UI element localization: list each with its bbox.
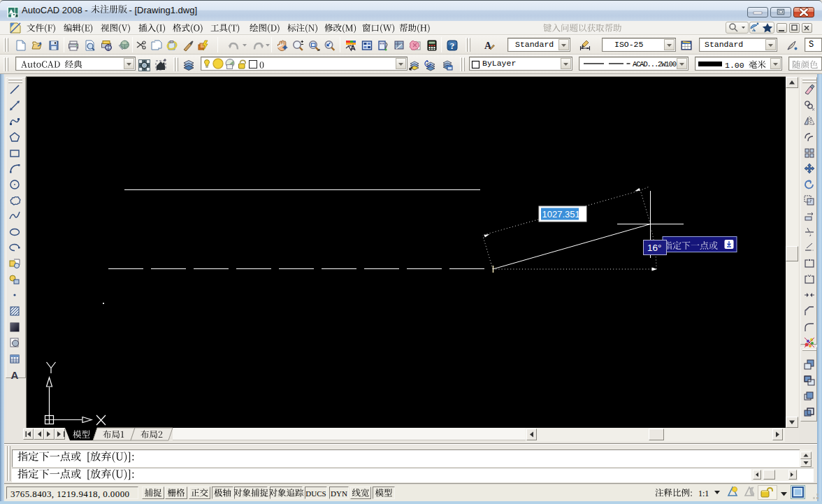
svg-text:A: A (11, 369, 19, 381)
svg-text:1.00: 1.00 (725, 61, 744, 70)
svg-text:1027.351: 1027.351 (542, 209, 580, 219)
svg-text:16°: 16° (647, 243, 661, 253)
svg-text:?: ? (450, 41, 455, 51)
